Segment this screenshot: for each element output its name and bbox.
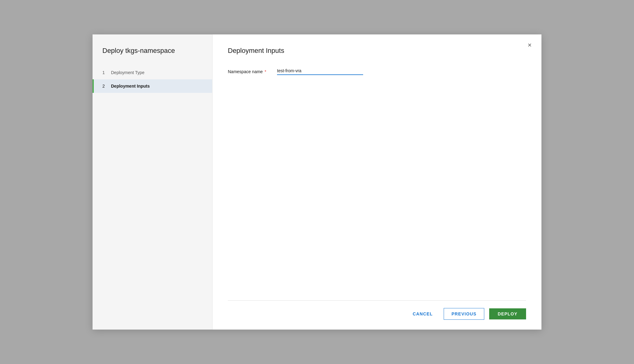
dialog-overlay: Deploy tkgs-namespace 1 Deployment Type … — [0, 0, 634, 364]
step-1-indicator — [93, 66, 94, 79]
namespace-label: Namespace name * — [228, 67, 277, 75]
sidebar: Deploy tkgs-namespace 1 Deployment Type … — [93, 34, 212, 330]
main-content: × Deployment Inputs Namespace name * CAN… — [212, 34, 541, 330]
namespace-input[interactable] — [277, 67, 363, 75]
dialog: Deploy tkgs-namespace 1 Deployment Type … — [93, 34, 541, 330]
step-1[interactable]: 1 Deployment Type — [93, 66, 212, 79]
step-2-indicator — [93, 79, 94, 93]
main-title: Deployment Inputs — [228, 47, 526, 55]
step-1-number: 1 — [102, 70, 108, 75]
dialog-title: Deploy tkgs-namespace — [93, 47, 212, 66]
step-2-label: Deployment Inputs — [111, 84, 150, 89]
namespace-row: Namespace name * — [228, 67, 526, 75]
steps-list: 1 Deployment Type 2 Deployment Inputs — [93, 66, 212, 93]
cancel-button[interactable]: CANCEL — [406, 308, 439, 319]
step-1-label: Deployment Type — [111, 70, 145, 75]
step-2[interactable]: 2 Deployment Inputs — [93, 79, 212, 93]
footer: CANCEL PREVIOUS DEPLOY — [228, 300, 526, 330]
close-button[interactable]: × — [525, 41, 534, 50]
step-2-number: 2 — [102, 84, 108, 89]
deploy-button[interactable]: DEPLOY — [489, 308, 526, 319]
form-area: Namespace name * — [228, 67, 526, 300]
required-star: * — [265, 69, 266, 74]
previous-button[interactable]: PREVIOUS — [444, 308, 484, 320]
